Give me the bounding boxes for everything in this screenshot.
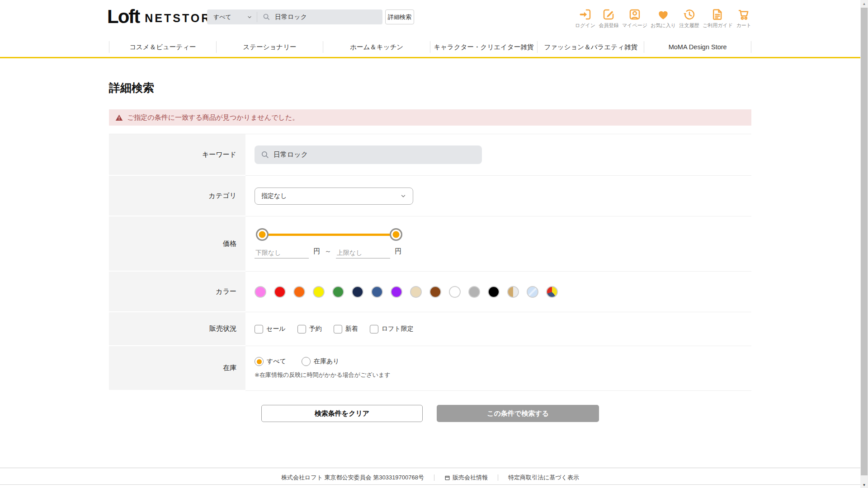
stock-available-radio[interactable] [302,357,311,366]
loft-logo[interactable]: Loft NETSTORE [107,7,221,26]
color-swatch-pink[interactable] [255,286,266,298]
price-row-content: 円 ～ 円 [245,216,751,272]
favorites-link[interactable]: お気に入り [651,8,676,29]
order-history-link[interactable]: 注文履歴 [679,8,699,29]
main-content: 詳細検索 ご指定の条件に一致する商品が見つかりませんでした。 キーワード カテゴ… [0,80,868,422]
cart-icon [737,8,750,21]
color-swatch-gray[interactable] [468,286,480,298]
search-with-conditions-button[interactable]: この条件で検索する [437,405,599,422]
form-row-category: カテゴリ 指定なし [109,176,751,216]
stock-all-radio-label: すべて [267,357,286,366]
footer-divider [498,474,498,481]
nav-item-cosmetics[interactable]: コスメ＆ビューティー [109,43,216,52]
register-link[interactable]: 会員登録 [599,8,618,29]
price-slider-min-handle[interactable] [256,228,269,241]
color-row-label: カラー [109,272,245,312]
color-swatch-orange[interactable] [293,286,305,298]
reservation-checkbox-label: 予約 [309,325,322,333]
alert-message: ご指定の条件に一致する商品が見つかりませんでした。 [127,113,299,122]
color-swatch-purple[interactable] [391,286,402,298]
color-swatch-beige[interactable] [410,286,422,298]
price-slider-track[interactable] [262,234,396,236]
search-icon [263,13,270,21]
color-swatch-gold-silver[interactable] [507,286,519,298]
mypage-label: マイページ [622,22,647,29]
chevron-down-icon [247,14,252,20]
keyword-input[interactable] [255,145,482,164]
register-icon [602,8,615,21]
color-swatch-navy[interactable] [352,286,363,298]
footer-link-seller-info[interactable]: 販売会社情報 [444,474,488,482]
form-row-color: カラー [109,272,751,312]
external-link-icon [444,475,450,481]
price-slider-max-handle[interactable] [390,228,402,241]
nav-item-fashion-variety[interactable]: ファッション＆バラエティ雑貨 [538,43,644,52]
price-max-input[interactable] [336,247,390,258]
sales-status-row-content: セール 予約 新着 ロフト限定 [245,312,751,346]
checkbox-loft-exclusive[interactable]: ロフト限定 [370,325,414,333]
stock-all-radio[interactable] [255,357,264,366]
color-row-content [245,272,751,312]
color-swatch-yellow[interactable] [313,286,325,298]
color-swatch-black[interactable] [488,286,500,298]
scrollbar-thumb[interactable] [861,8,868,475]
search-category-select[interactable]: すべて [207,9,257,24]
search-divider [257,12,257,22]
clear-search-conditions-button[interactable]: 検索条件をクリア [261,405,423,422]
brand-yellow-border [0,57,860,58]
warning-icon [115,114,123,122]
header-search-input[interactable] [270,9,382,24]
checkbox-sale[interactable]: セール [255,325,286,333]
nav-item-stationery[interactable]: ステーショナリー [217,43,323,52]
checkbox-new-arrival[interactable]: 新着 [334,325,358,333]
scrollbar-up-arrow-icon[interactable]: ▲ [860,2,868,6]
cart-link[interactable]: カート [736,8,751,29]
category-select[interactable]: 指定なし [255,188,413,205]
color-swatch-multicolor[interactable] [546,286,558,298]
sale-checkbox[interactable] [255,325,263,333]
checkbox-reservation[interactable]: 予約 [297,325,322,333]
stock-row-content: すべて 在庫あり ※在庫情報の反映に時間がかかる場合がございます [245,346,751,391]
color-swatch-red[interactable] [274,286,286,298]
new-arrival-checkbox[interactable] [334,325,342,333]
vertical-scrollbar[interactable]: ▲ ▼ [860,0,868,488]
price-min-input[interactable] [255,247,309,258]
loft-exclusive-checkbox[interactable] [370,325,378,333]
page-title: 詳細検索 [109,80,868,95]
stock-note: ※在庫情報の反映に時間がかかる場合がございます [255,371,751,379]
color-swatch-white[interactable] [449,286,461,298]
nav-item-home-kitchen[interactable]: ホーム＆キッチン [323,43,430,52]
color-swatch-blue[interactable] [371,286,383,298]
radio-stock-available[interactable]: 在庫あり [302,357,340,366]
guide-label: ご利用ガイド [703,22,733,29]
mypage-link[interactable]: マイページ [622,8,647,29]
order-history-label: 注文履歴 [679,22,699,29]
form-row-price: 価格 円 ～ 円 [109,216,751,272]
form-row-sales-status: 販売状況 セール 予約 新着 [109,312,751,346]
site-footer: 株式会社ロフト 東京都公安委員会 第303319700768号 販売会社情報 特… [0,468,860,482]
price-row-label: 価格 [109,216,245,272]
radio-stock-all[interactable]: すべて [255,357,286,366]
nav-divider [751,41,751,53]
loft-exclusive-checkbox-label: ロフト限定 [382,325,414,333]
category-selected-value: 指定なし [261,192,287,200]
no-results-alert: ご指定の条件に一致する商品が見つかりませんでした。 [109,109,751,126]
guide-link[interactable]: ご利用ガイド [703,8,733,29]
header-search-bar: すべて [207,9,382,24]
color-swatch-green[interactable] [332,286,344,298]
advanced-search-button[interactable]: 詳細検索 [385,9,414,24]
scrollbar-down-arrow-icon[interactable]: ▼ [860,483,868,487]
nav-item-moma[interactable]: MoMA Design Store [644,43,751,51]
login-link[interactable]: ログイン [575,8,595,29]
main-nav: コスメ＆ビューティー ステーショナリー ホーム＆キッチン キャラクター・クリエイ… [0,37,868,57]
color-swatch-clear[interactable] [527,286,538,298]
footer-link-commercial-law[interactable]: 特定商取引法に基づく表示 [508,474,579,482]
favorites-label: お気に入り [651,22,676,29]
category-row-content: 指定なし [245,176,751,216]
color-swatch-brown[interactable] [429,286,441,298]
keyword-row-content [245,134,751,176]
reservation-checkbox[interactable] [297,325,306,333]
register-label: 会員登録 [599,22,618,29]
login-icon [579,8,592,21]
nav-item-character-goods[interactable]: キャラクター・クリエイター雑貨 [430,43,537,52]
